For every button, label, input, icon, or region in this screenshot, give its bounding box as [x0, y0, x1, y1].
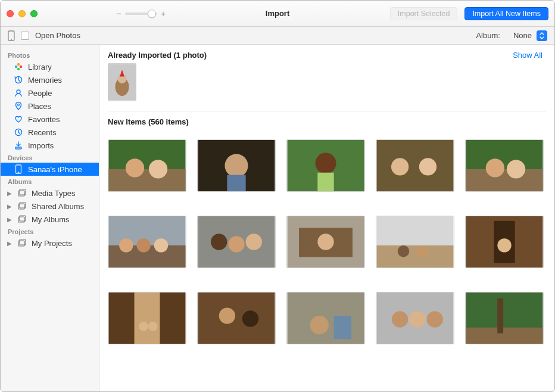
- thumbnail[interactable]: [197, 292, 276, 344]
- sidebar-item-device[interactable]: Sanaa's iPhone: [1, 163, 99, 176]
- sidebar-item-media-types[interactable]: ▶ Media Types: [1, 186, 99, 200]
- svg-rect-26: [109, 169, 186, 191]
- thumbnail[interactable]: [108, 63, 136, 101]
- chevron-right-icon: ▶: [7, 216, 13, 223]
- sidebar-item-memories[interactable]: Memories: [1, 73, 99, 86]
- thumbnail[interactable]: [108, 139, 186, 192]
- heart-icon: [14, 114, 23, 124]
- sidebar-item-label: Favorites: [28, 115, 60, 124]
- sidebar-group-albums: Albums: [1, 176, 99, 186]
- sidebar-item-imports[interactable]: Imports: [1, 139, 99, 152]
- import-all-button[interactable]: Import All New Items: [464, 7, 548, 20]
- sidebar-item-places[interactable]: Places: [1, 99, 99, 113]
- chevron-right-icon: ▶: [7, 240, 13, 247]
- sidebar-item-label: People: [28, 89, 52, 98]
- zoom-slider-knob[interactable]: [148, 10, 156, 18]
- svg-point-60: [497, 238, 511, 252]
- thumbnail[interactable]: [465, 292, 544, 344]
- sidebar-item-label: Imports: [28, 141, 54, 150]
- thumbnail[interactable]: [465, 139, 544, 192]
- svg-rect-34: [317, 173, 333, 191]
- sidebar-item-my-projects[interactable]: ▶ My Projects: [1, 237, 99, 250]
- close-window-button[interactable]: [7, 10, 14, 17]
- album-select-arrow: [537, 30, 547, 41]
- open-photos-checkbox[interactable]: [21, 32, 29, 40]
- thumbnail-zoom: − +: [116, 9, 166, 18]
- svg-rect-68: [288, 293, 364, 344]
- photos-app-icon: [14, 62, 23, 71]
- svg-rect-65: [198, 293, 275, 344]
- svg-point-74: [427, 311, 443, 327]
- sidebar-item-label: Places: [28, 102, 51, 111]
- svg-point-45: [136, 238, 150, 252]
- chevron-right-icon: ▶: [7, 190, 13, 197]
- thumbnail[interactable]: [376, 139, 454, 192]
- thumbnail[interactable]: [286, 216, 365, 268]
- sidebar-item-my-albums[interactable]: ▶ My Albums: [1, 213, 99, 226]
- zoom-slider[interactable]: [125, 13, 157, 15]
- download-icon: [14, 141, 23, 150]
- memories-icon: [14, 75, 23, 85]
- thumbnail[interactable]: [465, 216, 544, 268]
- album-select-value: None: [510, 31, 537, 40]
- sidebar-group-projects: Projects: [1, 226, 99, 237]
- show-all-link[interactable]: Show All: [513, 51, 542, 60]
- import-main: Already Imported (1 photo) Show All New …: [99, 45, 554, 391]
- thumbnail[interactable]: [376, 292, 454, 344]
- svg-point-48: [211, 234, 227, 250]
- zoom-in-button[interactable]: +: [161, 9, 166, 18]
- svg-point-49: [228, 236, 244, 252]
- device-icon: [8, 30, 15, 41]
- thumbnail[interactable]: [108, 292, 186, 344]
- zoom-window-button[interactable]: [30, 10, 38, 17]
- svg-rect-54: [377, 216, 454, 245]
- svg-rect-31: [227, 175, 245, 191]
- svg-point-3: [15, 66, 17, 68]
- svg-point-46: [154, 238, 168, 252]
- album-icon: [17, 214, 27, 224]
- svg-point-72: [392, 311, 408, 327]
- sidebar-item-recents[interactable]: Recents: [1, 126, 99, 139]
- svg-point-50: [246, 234, 262, 250]
- sidebar-item-people[interactable]: People: [1, 86, 99, 99]
- svg-point-53: [317, 234, 333, 250]
- new-items-header: New Items (560 items): [99, 111, 554, 130]
- section-title: New Items (560 items): [108, 117, 189, 126]
- album-select[interactable]: None: [510, 30, 547, 42]
- album-icon: [17, 201, 27, 211]
- sidebar-item-library[interactable]: Library: [1, 60, 99, 73]
- sidebar-group-photos: Photos: [1, 49, 99, 60]
- titlebar: − + Import Import Selected Import All Ne…: [1, 1, 554, 27]
- thumbnail[interactable]: [197, 216, 276, 268]
- svg-point-66: [219, 307, 235, 323]
- sidebar-item-shared-albums[interactable]: ▶ Shared Albums: [1, 200, 99, 213]
- svg-rect-55: [377, 245, 454, 267]
- thumbnail[interactable]: [286, 139, 365, 192]
- svg-point-44: [119, 238, 133, 252]
- sidebar-item-favorites[interactable]: Favorites: [1, 113, 99, 126]
- sidebar: Photos Library Memories People Places Fa…: [1, 45, 99, 391]
- sidebar-item-label: Sanaa's iPhone: [28, 165, 82, 174]
- sidebar-item-label: Library: [28, 63, 52, 71]
- svg-point-30: [225, 154, 248, 177]
- thumbnail[interactable]: [376, 216, 454, 268]
- zoom-out-button[interactable]: −: [116, 9, 121, 18]
- places-icon: [14, 101, 23, 111]
- minimize-window-button[interactable]: [18, 10, 26, 17]
- svg-rect-76: [497, 298, 503, 334]
- svg-point-2: [17, 63, 20, 66]
- import-subbar: Open Photos Album: None: [1, 27, 554, 45]
- thumbnail[interactable]: [108, 216, 186, 268]
- svg-point-8: [18, 104, 20, 106]
- already-imported-header: Already Imported (1 photo) Show All: [99, 45, 554, 63]
- thumbnail[interactable]: [197, 139, 276, 192]
- svg-rect-35: [377, 140, 454, 191]
- sidebar-item-label: Memories: [28, 76, 62, 85]
- thumbnail[interactable]: [286, 292, 365, 344]
- iphone-icon: [14, 164, 23, 174]
- import-selected-button[interactable]: Import Selected: [390, 7, 458, 20]
- new-items-grid: [99, 130, 554, 344]
- open-photos-label: Open Photos: [35, 31, 80, 40]
- svg-point-67: [242, 310, 258, 326]
- svg-point-64: [148, 322, 158, 331]
